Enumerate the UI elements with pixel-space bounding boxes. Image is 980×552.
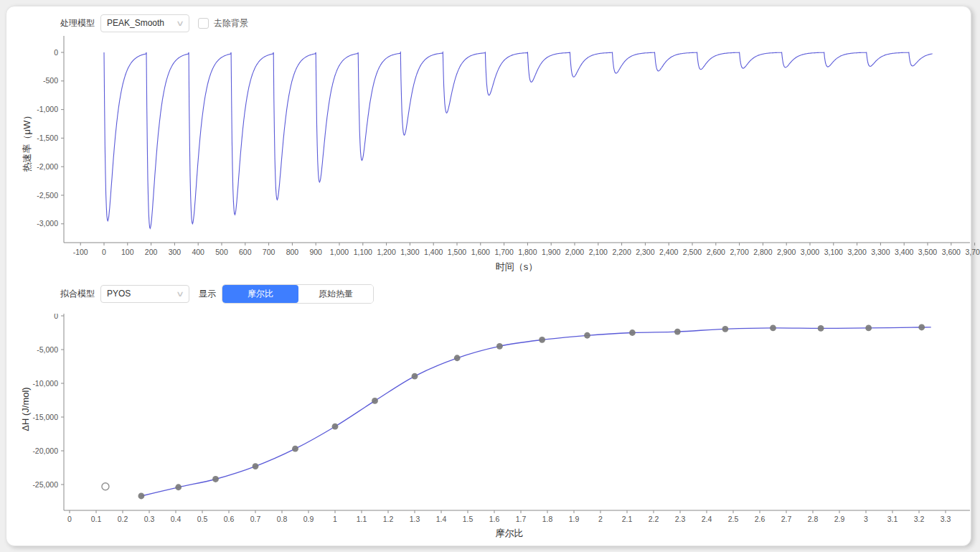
molar-ratio-button[interactable]: 摩尔比 [222, 285, 298, 303]
x-tick-label: 3,200 [847, 248, 866, 256]
x-axis-title: 时间（s） [496, 261, 538, 272]
processing-model-label: 处理模型 [60, 17, 95, 29]
x-tick-label: 2,100 [589, 248, 608, 256]
x-tick-label: 2,400 [659, 248, 678, 256]
x-tick-label: 2,500 [683, 248, 702, 256]
x-tick-label: 600 [239, 248, 252, 256]
x-tick-label: 3,300 [871, 248, 890, 256]
data-point [292, 446, 298, 452]
y-tick-label: -15,000 [32, 413, 58, 421]
fit-model-label: 拟合模型 [60, 288, 95, 300]
x-tick-label: 1,100 [354, 248, 372, 256]
x-tick-label: 1.8 [542, 515, 553, 523]
x-tick-label: 100 [121, 248, 134, 256]
x-tick-label: 0.8 [277, 515, 288, 523]
data-point [918, 324, 925, 331]
data-point [496, 343, 503, 350]
x-tick-label: 3,600 [942, 248, 961, 256]
remove-background-checkbox[interactable] [198, 18, 209, 29]
x-tick-label: 500 [215, 248, 228, 256]
x-tick-label: 0.2 [118, 515, 128, 523]
x-tick-label: 700 [263, 248, 275, 256]
x-tick-label: 1,700 [494, 248, 513, 256]
x-tick-label: 1.2 [383, 515, 394, 523]
fit-model-select[interactable]: PYOS ∨ [100, 285, 189, 303]
y-tick-label: -5,000 [37, 345, 58, 354]
data-point [412, 373, 418, 380]
y-axis-title: ΔH (J/mol) [20, 387, 31, 431]
y-tick-label: -25,000 [32, 480, 58, 489]
enthalpy-chart[interactable]: 00.10.20.30.40.50.60.70.80.911.11.21.31.… [0, 314, 980, 552]
x-tick-label: 1.7 [516, 515, 527, 523]
processing-model-value: PEAK_Smooth [107, 18, 164, 28]
data-point [212, 476, 219, 482]
x-tick-label: 1,600 [471, 248, 490, 256]
x-tick-label: 200 [145, 248, 158, 256]
fitting-toolbar: 拟合模型 PYOS ∨ 显示 摩尔比 原始热量 [60, 284, 374, 304]
x-tick-label: 1,000 [330, 248, 349, 256]
x-tick-label: 2,800 [753, 248, 772, 256]
data-point [138, 493, 145, 500]
x-tick-label: 1.4 [436, 515, 447, 523]
x-tick-label: 2.8 [808, 515, 819, 523]
y-tick-label: -2,500 [37, 191, 58, 200]
heat-rate-curve [104, 52, 933, 228]
remove-background-label: 去除背景 [214, 17, 248, 29]
x-tick-label: 3.2 [914, 515, 925, 523]
x-tick-label: 300 [169, 248, 182, 256]
y-tick-label: -10,000 [32, 379, 58, 388]
x-tick-label: 0.7 [250, 515, 261, 523]
x-tick-label: 0.6 [224, 515, 235, 523]
x-tick-label: 1.6 [489, 515, 500, 523]
x-tick-label: 2,000 [565, 248, 584, 256]
x-tick-label: 2.6 [755, 515, 765, 523]
data-point [674, 329, 681, 335]
data-point [454, 355, 461, 361]
data-point [865, 325, 872, 332]
data-point [332, 424, 339, 430]
y-tick-label: -1,500 [37, 134, 58, 142]
display-label: 显示 [199, 288, 216, 300]
x-tick-label: 2,300 [636, 248, 654, 256]
x-tick-label: 1,200 [377, 248, 395, 256]
x-tick-label: 2,700 [730, 248, 748, 256]
x-tick-label: 2.2 [649, 515, 659, 523]
x-tick-label: 3,500 [918, 248, 937, 256]
x-tick-label: 1.9 [569, 515, 580, 523]
x-tick-label: 1.1 [357, 515, 367, 523]
x-tick-label: 0.3 [144, 515, 155, 523]
x-tick-label: 400 [192, 248, 204, 256]
x-tick-label: 3 [864, 515, 868, 523]
fit-model-value: PYOS [107, 289, 131, 299]
x-tick-label: 3.3 [941, 515, 951, 523]
x-tick-label: 3.1 [887, 515, 898, 523]
x-tick-label: 1.3 [410, 515, 420, 523]
processing-model-select[interactable]: PEAK_Smooth ∨ [100, 14, 189, 32]
x-tick-label: 2.4 [702, 515, 712, 523]
x-tick-label: 0.4 [171, 515, 182, 523]
display-toggle-group: 摩尔比 原始热量 [222, 284, 374, 304]
fit-curve [141, 327, 931, 496]
data-point [629, 329, 636, 336]
x-tick-label: 0.1 [91, 515, 102, 523]
x-tick-label: 0.5 [197, 515, 208, 523]
y-tick-label: -500 [43, 76, 58, 85]
chevron-down-icon: ∨ [176, 290, 184, 298]
x-tick-label: 1,800 [518, 248, 537, 256]
processing-toolbar: 处理模型 PEAK_Smooth ∨ 去除背景 [60, 13, 248, 33]
y-tick-label: -1,000 [37, 105, 58, 113]
data-point [175, 484, 182, 490]
raw-heat-button[interactable]: 原始热量 [298, 285, 373, 303]
chevron-down-icon: ∨ [176, 19, 184, 27]
x-tick-label: 2.3 [675, 515, 686, 523]
x-tick-label: 2.5 [728, 515, 739, 523]
x-tick-label: 2,900 [777, 248, 796, 256]
y-tick-label: -20,000 [32, 446, 58, 455]
x-tick-label: 0 [102, 248, 106, 256]
y-tick-label: -3,000 [37, 219, 58, 228]
x-tick-label: 1,400 [424, 248, 443, 256]
y-axis-title: 热速率（μW） [22, 111, 32, 172]
y-tick-label: -2,000 [37, 162, 58, 171]
heat-rate-chart[interactable]: -10001002003004005006007008009001,0001,1… [0, 0, 980, 281]
y-tick-label: 0 [54, 314, 58, 320]
